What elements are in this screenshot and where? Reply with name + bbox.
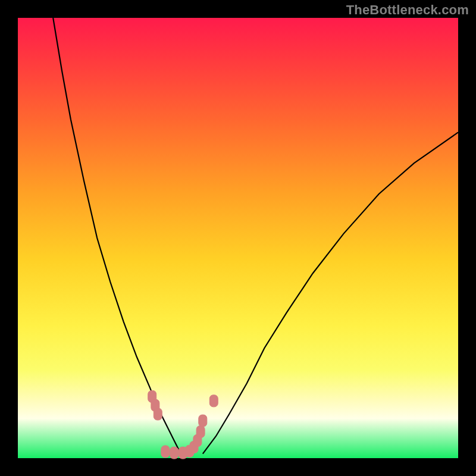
chart-frame: TheBottleneck.com [0,0,476,476]
curve-layer [18,18,458,458]
pink-marker [199,415,207,427]
left-curve [53,18,181,454]
watermark-text: TheBottleneck.com [346,2,469,18]
pink-marker [209,395,218,407]
pink-marker [154,408,162,420]
right-curve [203,132,458,453]
pink-marker [161,446,170,458]
pink-marker [196,426,205,438]
pink-marker [170,447,178,459]
plot-area [18,18,458,458]
